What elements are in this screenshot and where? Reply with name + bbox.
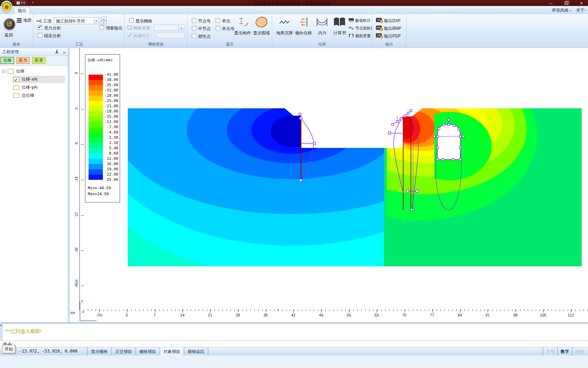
collapse-icon[interactable]: − bbox=[2, 70, 5, 73]
chevron-down-icon: ▾ bbox=[570, 9, 571, 12]
collapse-panel-icon[interactable]: < bbox=[0, 323, 3, 328]
group-output: dxf 输出DXF bmp 输出BMP pdf 输出PDF 输出 bbox=[372, 14, 406, 48]
mid-node-checkbox[interactable] bbox=[192, 26, 196, 30]
x-ruler-label: 63 bbox=[370, 313, 384, 317]
force-analysis-checkbox[interactable]: ✔ bbox=[38, 25, 42, 30]
tab-output[interactable]: 输出 bbox=[14, 7, 30, 14]
interface-style-menu[interactable]: 界面风格 ▾ bbox=[552, 7, 571, 13]
tree-root-displacement[interactable]: − 位移 bbox=[0, 68, 68, 75]
y-ruler-label: -45m bbox=[75, 283, 78, 288]
group-output-label: 输出 bbox=[372, 42, 406, 47]
element-number-checkbox[interactable] bbox=[216, 26, 220, 30]
scale-label: 比例尺1: bbox=[133, 33, 149, 39]
legend-tick-label: 19.00 bbox=[99, 167, 118, 171]
snap-grid[interactable]: 栅格捕捉 bbox=[135, 347, 159, 356]
tab-stress[interactable]: 应力 bbox=[16, 57, 30, 64]
legend-tick-label: -12.00 bbox=[99, 120, 118, 124]
x-ruler-label: 105 bbox=[536, 313, 550, 317]
about-menu[interactable]: 关于- bbox=[576, 7, 586, 13]
bmp-icon: bmp bbox=[376, 26, 382, 30]
legend-max: Max=24.99 bbox=[88, 192, 109, 196]
tab-strain[interactable]: 应变 bbox=[32, 57, 46, 64]
save-icon[interactable] bbox=[16, 1, 20, 5]
tree-item-displacement-x[interactable]: ✔ 位移-x向 bbox=[13, 76, 65, 83]
snap-show-grid[interactable]: 显示栅格 bbox=[87, 347, 111, 356]
legend-tick-label: 12.00 bbox=[99, 156, 118, 161]
close-icon[interactable]: × bbox=[63, 49, 65, 57]
internal-force-icon bbox=[316, 17, 328, 27]
group-results-label: 结果 bbox=[273, 42, 372, 47]
x-ruler-label: 21 bbox=[203, 313, 217, 317]
legend-tick-label: -7.90 bbox=[99, 125, 118, 129]
stage-down-button[interactable]: ▼ bbox=[101, 21, 107, 25]
indicator-num: 数字 bbox=[557, 347, 572, 356]
element-checkbox[interactable] bbox=[216, 18, 220, 23]
snap-ortho[interactable]: 正交捕捉 bbox=[111, 347, 135, 356]
snap-polar[interactable]: 极轴追踪 bbox=[183, 347, 209, 356]
node-number-checkbox[interactable] bbox=[192, 18, 196, 23]
ribbon-tab-row: 输出 界面风格 ▾ 关于- bbox=[0, 6, 588, 14]
snap-object[interactable]: 对象捕捉 bbox=[159, 347, 183, 356]
ucs-origin-icon: Y X bbox=[70, 299, 102, 322]
stage-select[interactable]: 施工阶段6-开挖 ▾ bbox=[54, 17, 99, 24]
domain-blob-icon bbox=[255, 17, 267, 27]
ribbon: ↺ 返回 地层 基本 工况 施工阶段6-开挖 ▾ ▲ ▼ ✔ 受力分析 增量输出… bbox=[0, 14, 588, 48]
group-results: 地表沉降 侧向位移 内力 计算书 bbox=[273, 14, 372, 48]
group-stage-label: 工况 bbox=[34, 42, 124, 47]
quick-access-caret-icon[interactable]: ▾ bbox=[32, 1, 34, 4]
pdf-icon: pdf bbox=[376, 33, 382, 38]
table-icon bbox=[8, 69, 14, 74]
y-ruler-label: -36 bbox=[75, 247, 78, 252]
strata-button[interactable]: 地层 bbox=[23, 18, 31, 23]
tools-icon[interactable] bbox=[21, 1, 25, 5]
legend-tick-label: 5.40 bbox=[99, 146, 118, 150]
node-value-icon bbox=[349, 26, 354, 30]
scale-icon bbox=[127, 33, 133, 38]
x-ruler-label: 91 bbox=[481, 313, 495, 317]
restore-button[interactable] bbox=[562, 1, 570, 5]
back-button[interactable]: ↺ bbox=[3, 18, 16, 30]
command-line[interactable]: 命令: bbox=[0, 341, 588, 347]
component-beam-icon: ⌶ bbox=[239, 16, 244, 26]
start-tooltip[interactable]: 开始 bbox=[2, 345, 15, 353]
legend-tick-label: 25.00 bbox=[99, 177, 118, 182]
legend-tick-label: -31.00 bbox=[99, 88, 118, 93]
y-ruler-label: 9 bbox=[75, 71, 78, 76]
group-basic-label: 基本 bbox=[0, 42, 33, 47]
panel-header: 工程管理 × bbox=[0, 48, 68, 56]
pin-icon[interactable] bbox=[55, 50, 59, 54]
indicator-caps: 大写 bbox=[542, 347, 557, 356]
legend-tick-label: 8.60 bbox=[99, 151, 118, 156]
legend-tick-label: -21.00 bbox=[99, 104, 118, 108]
lateral-arrows-icon bbox=[299, 17, 310, 27]
stability-analysis-checkbox[interactable] bbox=[38, 33, 42, 38]
restore-icon bbox=[565, 2, 568, 5]
legend-tick-label: -25.00 bbox=[99, 98, 118, 103]
settlement-wave-icon bbox=[279, 18, 291, 26]
minimize-button[interactable]: — bbox=[547, 1, 554, 5]
section-icon bbox=[349, 34, 354, 38]
node-number-label: 节点号 bbox=[198, 18, 211, 24]
legend-tick-label: 22.00 bbox=[99, 172, 118, 177]
tab-displacement[interactable]: 位移 bbox=[1, 57, 14, 64]
x-ruler-label: 0 bbox=[120, 313, 134, 317]
group-stage: 工况 施工阶段6-开挖 ▾ ▲ ▼ ✔ 受力分析 增量输出 稳定分析 工况 bbox=[34, 14, 125, 48]
close-button[interactable]: × bbox=[578, 0, 585, 6]
y-ruler-label: -9 bbox=[75, 141, 78, 146]
show-mesh-checkbox[interactable] bbox=[129, 18, 134, 23]
mesh-deform-icon bbox=[127, 25, 133, 30]
incremental-output-checkbox[interactable] bbox=[99, 25, 104, 30]
app-logo-icon[interactable] bbox=[1, 1, 12, 12]
extreme-icon bbox=[349, 18, 354, 22]
group-display-label: 显示 bbox=[188, 42, 272, 47]
incremental-output-label: 增量输出 bbox=[106, 25, 122, 31]
legend-min: Min=-40.59 bbox=[88, 186, 111, 190]
x-axis-label: X bbox=[82, 311, 84, 314]
stage-up-button[interactable]: ▲ bbox=[101, 17, 107, 21]
legend-tick-label: -38.00 bbox=[99, 77, 118, 82]
mesh-deform-select: ▾ bbox=[154, 25, 184, 31]
plastic-point-checkbox[interactable] bbox=[192, 34, 196, 38]
drawing-canvas[interactable]: 90-9-18-27-36-45m -7m0714212835424956637… bbox=[68, 48, 588, 322]
vertical-ruler: 90-9-18-27-36-45m bbox=[74, 48, 80, 310]
contour-plot[interactable] bbox=[128, 108, 582, 266]
